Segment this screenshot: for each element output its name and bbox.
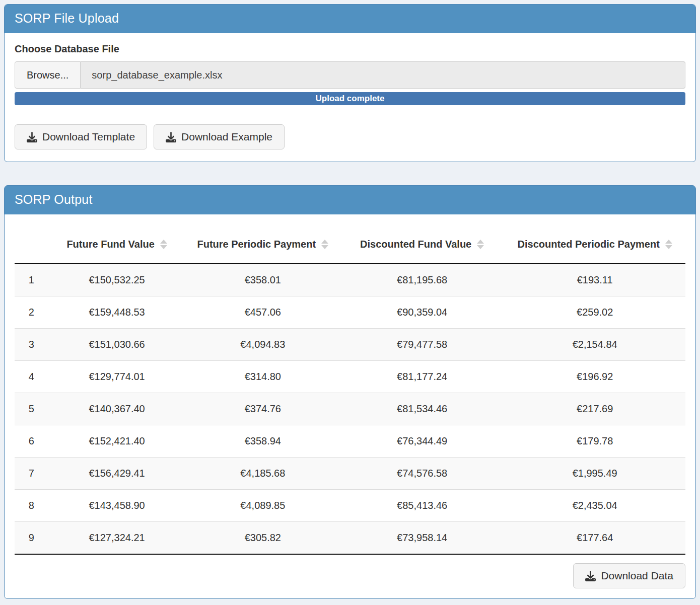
row-number: 7 bbox=[15, 458, 48, 490]
column-header-discounted-fund-value[interactable]: Discounted Fund Value bbox=[340, 222, 504, 264]
row-number-header bbox=[15, 222, 48, 264]
table-cell: €193.11 bbox=[504, 264, 685, 296]
table-cell: €81,534.46 bbox=[340, 393, 504, 425]
table-row: 8€143,458.90€4,089.85€85,413.46€2,435.04 bbox=[15, 490, 685, 522]
table-cell: €2,435.04 bbox=[504, 490, 685, 522]
table-cell: €179.78 bbox=[504, 425, 685, 458]
table-cell: €1,995.49 bbox=[504, 458, 685, 490]
table-cell: €152,421.40 bbox=[48, 425, 186, 458]
row-number: 9 bbox=[15, 522, 48, 555]
column-header-future-periodic-payment[interactable]: Future Periodic Payment bbox=[186, 222, 340, 264]
table-row: 9€127,324.21€305.82€73,958.14€177.64 bbox=[15, 522, 685, 555]
column-header-discounted-periodic-payment[interactable]: Discounted Periodic Payment bbox=[504, 222, 685, 264]
row-number: 8 bbox=[15, 490, 48, 522]
upload-progress-bar: Upload complete bbox=[15, 92, 685, 105]
table-cell: €79,477.58 bbox=[340, 329, 504, 361]
column-header-label: Discounted Periodic Payment bbox=[518, 239, 660, 250]
upload-button-row: Download Template Download Example bbox=[15, 124, 685, 149]
table-body: 1€150,532.25€358.01€81,195.68€193.112€15… bbox=[15, 264, 685, 554]
table-cell: €457.06 bbox=[186, 296, 340, 329]
row-number: 5 bbox=[15, 393, 48, 425]
upload-progress: Upload complete bbox=[15, 92, 685, 105]
row-number: 6 bbox=[15, 425, 48, 458]
table-row: 6€152,421.40€358.94€76,344.49€179.78 bbox=[15, 425, 685, 458]
table-cell: €358.94 bbox=[186, 425, 340, 458]
download-example-label: Download Example bbox=[181, 131, 272, 143]
table-row: 7€156,429.41€4,185.68€74,576.58€1,995.49 bbox=[15, 458, 685, 490]
sort-icon bbox=[160, 240, 167, 249]
row-number: 2 bbox=[15, 296, 48, 329]
column-header-future-fund-value[interactable]: Future Fund Value bbox=[48, 222, 186, 264]
output-panel: SORP Output Future Fund Value bbox=[4, 185, 696, 599]
upload-panel: SORP File Upload Choose Database File Br… bbox=[4, 4, 696, 162]
table-row: 2€159,448.53€457.06€90,359.04€259.02 bbox=[15, 296, 685, 329]
download-data-button[interactable]: Download Data bbox=[573, 563, 685, 588]
browse-button[interactable]: Browse... bbox=[15, 61, 81, 89]
row-number: 4 bbox=[15, 361, 48, 393]
table-cell: €4,089.85 bbox=[186, 490, 340, 522]
sorp-output-table: Future Fund Value Future Periodic Paymen… bbox=[15, 222, 685, 555]
table-cell: €4,094.83 bbox=[186, 329, 340, 361]
sort-icon bbox=[477, 240, 484, 249]
table-cell: €85,413.46 bbox=[340, 490, 504, 522]
sort-icon bbox=[321, 240, 328, 249]
table-cell: €129,774.01 bbox=[48, 361, 186, 393]
column-header-label: Future Periodic Payment bbox=[197, 239, 316, 250]
table-cell: €143,458.90 bbox=[48, 490, 186, 522]
table-cell: €73,958.14 bbox=[340, 522, 504, 555]
table-cell: €2,154.84 bbox=[504, 329, 685, 361]
file-input-group: Browse... sorp_database_example.xlsx bbox=[15, 61, 685, 89]
table-cell: €4,185.68 bbox=[186, 458, 340, 490]
upload-panel-title: SORP File Upload bbox=[5, 5, 695, 33]
row-number: 1 bbox=[15, 264, 48, 296]
file-name-field[interactable]: sorp_database_example.xlsx bbox=[81, 61, 685, 89]
upload-panel-body: Choose Database File Browse... sorp_data… bbox=[5, 33, 695, 162]
output-panel-title: SORP Output bbox=[5, 186, 695, 214]
table-header-row: Future Fund Value Future Periodic Paymen… bbox=[15, 222, 685, 264]
table-cell: €140,367.40 bbox=[48, 393, 186, 425]
file-input-label: Choose Database File bbox=[15, 43, 685, 55]
table-cell: €259.02 bbox=[504, 296, 685, 329]
column-header-label: Discounted Fund Value bbox=[360, 239, 471, 250]
table-cell: €151,030.66 bbox=[48, 329, 186, 361]
table-cell: €196.92 bbox=[504, 361, 685, 393]
download-data-label: Download Data bbox=[601, 570, 673, 582]
row-number: 3 bbox=[15, 329, 48, 361]
table-cell: €76,344.49 bbox=[340, 425, 504, 458]
table-cell: €90,359.04 bbox=[340, 296, 504, 329]
table-cell: €374.76 bbox=[186, 393, 340, 425]
output-panel-body: Future Fund Value Future Periodic Paymen… bbox=[5, 214, 695, 598]
download-template-label: Download Template bbox=[42, 131, 135, 143]
table-cell: €81,195.68 bbox=[340, 264, 504, 296]
table-row: 4€129,774.01€314.80€81,177.24€196.92 bbox=[15, 361, 685, 393]
table-cell: €314.80 bbox=[186, 361, 340, 393]
table-cell: €177.64 bbox=[504, 522, 685, 555]
table-row: 1€150,532.25€358.01€81,195.68€193.11 bbox=[15, 264, 685, 296]
download-icon bbox=[166, 132, 176, 142]
sort-icon bbox=[665, 240, 672, 249]
output-button-row: Download Data bbox=[15, 563, 685, 588]
download-icon bbox=[27, 132, 37, 142]
download-icon bbox=[585, 571, 596, 581]
table-cell: €305.82 bbox=[186, 522, 340, 555]
table-cell: €217.69 bbox=[504, 393, 685, 425]
table-cell: €156,429.41 bbox=[48, 458, 186, 490]
table-cell: €358.01 bbox=[186, 264, 340, 296]
table-cell: €159,448.53 bbox=[48, 296, 186, 329]
table-cell: €150,532.25 bbox=[48, 264, 186, 296]
table-row: 3€151,030.66€4,094.83€79,477.58€2,154.84 bbox=[15, 329, 685, 361]
table-cell: €81,177.24 bbox=[340, 361, 504, 393]
table-row: 5€140,367.40€374.76€81,534.46€217.69 bbox=[15, 393, 685, 425]
table-cell: €74,576.58 bbox=[340, 458, 504, 490]
download-template-button[interactable]: Download Template bbox=[15, 124, 147, 149]
download-example-button[interactable]: Download Example bbox=[154, 124, 285, 149]
column-header-label: Future Fund Value bbox=[66, 239, 154, 250]
table-cell: €127,324.21 bbox=[48, 522, 186, 555]
